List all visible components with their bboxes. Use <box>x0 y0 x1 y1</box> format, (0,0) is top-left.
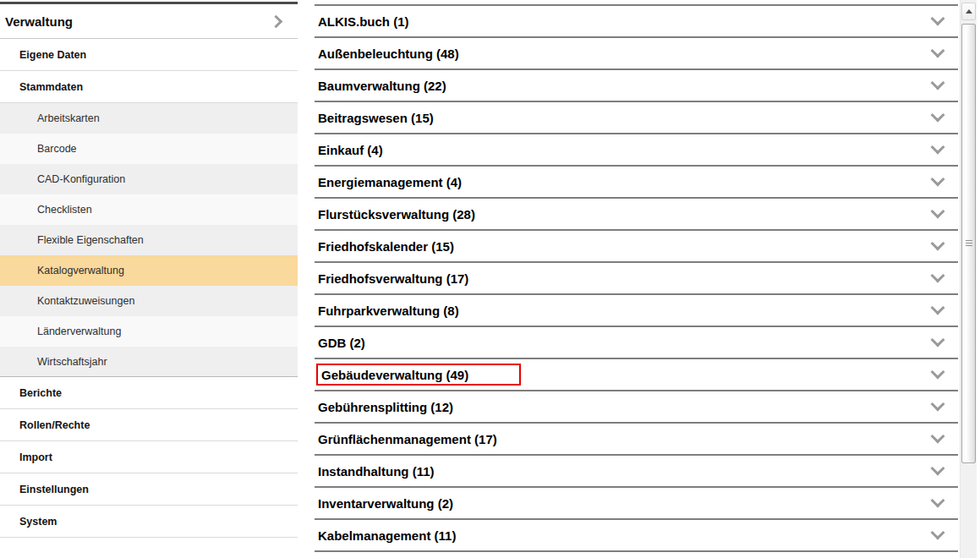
accordion-row-label: Friedhofsverwaltung (17) <box>318 271 468 286</box>
chevron-down-icon[interactable] <box>931 397 945 412</box>
chevron-down-icon[interactable] <box>931 76 945 90</box>
sidebar-item-laenderverwaltung[interactable]: Länderverwaltung <box>0 316 298 347</box>
sidebar-item-eigene-daten[interactable]: Eigene Daten <box>0 39 298 71</box>
sidebar-item-label: Import <box>19 451 52 463</box>
sidebar-item-label: Stammdaten <box>19 81 83 93</box>
sidebar-item-rollen-rechte[interactable]: Rollen/Rechte <box>0 409 298 441</box>
chevron-down-icon[interactable] <box>931 301 945 315</box>
vertical-scrollbar[interactable] <box>960 0 977 558</box>
sidebar-item-kontaktzuweisungen[interactable]: Kontaktzuweisungen <box>0 286 298 316</box>
accordion-row-instandhaltung[interactable]: Instandhaltung (11) <box>315 454 958 486</box>
accordion-row-energiemanagement[interactable]: Energiemanagement (4) <box>315 165 958 197</box>
chevron-down-icon[interactable] <box>931 333 945 347</box>
chevron-down-icon[interactable] <box>931 237 945 251</box>
sidebar-item-label: Wirtschaftsjahr <box>37 356 107 368</box>
chevron-down-icon[interactable] <box>931 494 945 508</box>
chevron-down-icon[interactable] <box>931 108 945 123</box>
accordion-row-baumverwaltung[interactable]: Baumverwaltung (22) <box>315 68 958 101</box>
accordion-row-label: Baumverwaltung (22) <box>318 79 446 93</box>
accordion-row-label: GDB (2) <box>318 336 365 350</box>
accordion-row-label: Flurstücksverwaltung (28) <box>318 207 475 222</box>
accordion-row-label: Außenbeleuchtung (48) <box>318 46 459 61</box>
accordion-row-inventarverwaltung[interactable]: Inventarverwaltung (2) <box>315 486 958 518</box>
sidebar-item-label: CAD-Konfiguration <box>37 173 125 185</box>
scrollbar-thumb[interactable] <box>961 24 976 463</box>
sidebar-item-label: Länderverwaltung <box>37 326 121 337</box>
chevron-down-icon[interactable] <box>931 44 945 58</box>
accordion-row-label: Kabelmanagement (11) <box>318 528 456 543</box>
accordion-row-gebaeudeverwaltung[interactable]: Gebäudeverwaltung (49) <box>315 358 958 390</box>
accordion-row-label: Grünflächenmanagement (17) <box>318 432 497 446</box>
arrow-up-icon <box>966 9 972 14</box>
accordion-row-gebuehrensplitting[interactable]: Gebührensplitting (12) <box>315 390 958 422</box>
accordion-row-label: Friedhofskalender (15) <box>318 239 454 254</box>
accordion-row-label: Inventarverwaltung (2) <box>318 496 453 511</box>
sidebar-item-flexible-eigenschaften[interactable]: Flexible Eigenschaften <box>0 225 298 255</box>
highlight-marker: Gebäudeverwaltung (49) <box>316 364 521 386</box>
sidebar-item-system[interactable]: System <box>0 506 298 538</box>
chevron-down-icon[interactable] <box>931 172 945 187</box>
accordion-row-label: Gebührensplitting (12) <box>318 400 453 414</box>
sidebar: Verwaltung Eigene Daten Stammdaten Arbei… <box>0 2 298 538</box>
accordion-row-label: Instandhaltung (11) <box>318 464 435 479</box>
sidebar-item-stammdaten[interactable]: Stammdaten <box>0 71 298 103</box>
accordion-row-fuhrparkverwaltung[interactable]: Fuhrparkverwaltung (8) <box>315 293 958 326</box>
sidebar-item-label: Kontaktzuweisungen <box>37 295 134 307</box>
chevron-right-icon[interactable] <box>270 14 283 28</box>
sidebar-item-label: Katalogverwaltung <box>37 265 124 276</box>
sidebar-item-barcode[interactable]: Barcode <box>0 134 298 164</box>
catalog-accordion-list: ALKIS.buch (1) Außenbeleuchtung (48) Bau… <box>315 4 958 552</box>
scrollbar-grip-icon <box>966 240 972 248</box>
chevron-down-icon[interactable] <box>931 526 945 540</box>
sidebar-item-checklisten[interactable]: Checklisten <box>0 194 298 225</box>
accordion-row-gruenflaechenmanagement[interactable]: Grünflächenmanagement (17) <box>315 422 958 454</box>
accordion-row-friedhofsverwaltung[interactable]: Friedhofsverwaltung (17) <box>315 261 958 293</box>
accordion-row-label: ALKIS.buch (1) <box>318 14 409 29</box>
chevron-down-icon[interactable] <box>931 429 945 444</box>
sidebar-item-arbeitskarten[interactable]: Arbeitskarten <box>0 103 298 134</box>
accordion-row-gdb[interactable]: GDB (2) <box>315 326 958 358</box>
chevron-down-icon[interactable] <box>931 140 945 155</box>
sidebar-item-label: Checklisten <box>37 204 92 216</box>
scroll-up-button[interactable] <box>961 3 976 20</box>
sidebar-item-label: Rollen/Rechte <box>19 419 90 431</box>
sidebar-item-import[interactable]: Import <box>0 441 298 473</box>
chevron-down-icon[interactable] <box>931 365 945 380</box>
sidebar-item-label: Arbeitskarten <box>37 112 100 124</box>
accordion-row-kabelmanagement[interactable]: Kabelmanagement (11) <box>315 518 958 550</box>
sidebar-item-katalogverwaltung[interactable]: Katalogverwaltung <box>0 255 298 286</box>
sidebar-item-cad-konfiguration[interactable]: CAD-Konfiguration <box>0 164 298 194</box>
sidebar-item-label: Eigene Daten <box>19 49 86 61</box>
accordion-row-beitragswesen[interactable]: Beitragswesen (15) <box>315 101 958 133</box>
accordion-row-label: Energiemanagement (4) <box>318 175 462 189</box>
sidebar-header[interactable]: Verwaltung <box>0 4 298 39</box>
sidebar-item-label: Barcode <box>37 143 77 155</box>
list-bottom-divider <box>315 550 958 552</box>
sidebar-item-label: Berichte <box>19 387 62 399</box>
chevron-down-icon[interactable] <box>931 205 945 219</box>
chevron-down-icon[interactable] <box>931 12 945 26</box>
accordion-row-label: Einkauf (4) <box>318 143 383 157</box>
chevron-down-icon[interactable] <box>931 269 945 283</box>
chevron-down-icon[interactable] <box>931 462 945 476</box>
sidebar-title: Verwaltung <box>5 14 73 29</box>
accordion-row-alkis-buch[interactable]: ALKIS.buch (1) <box>315 4 958 36</box>
sidebar-item-label: Einstellungen <box>19 484 89 495</box>
sidebar-item-einstellungen[interactable]: Einstellungen <box>0 473 298 506</box>
accordion-row-aussenbeleuchtung[interactable]: Außenbeleuchtung (48) <box>315 36 958 68</box>
sidebar-item-label: System <box>19 516 57 528</box>
sidebar-item-wirtschaftsjahr[interactable]: Wirtschaftsjahr <box>0 347 298 377</box>
accordion-row-friedhofskalender[interactable]: Friedhofskalender (15) <box>315 229 958 261</box>
accordion-row-einkauf[interactable]: Einkauf (4) <box>315 133 958 165</box>
accordion-row-flurstuecksverwaltung[interactable]: Flurstücksverwaltung (28) <box>315 197 958 229</box>
accordion-row-label: Gebäudeverwaltung (49) <box>321 368 468 382</box>
sidebar-item-berichte[interactable]: Berichte <box>0 377 298 409</box>
sidebar-item-label: Flexible Eigenschaften <box>37 234 144 246</box>
accordion-row-label: Fuhrparkverwaltung (8) <box>318 304 459 318</box>
accordion-row-label: Beitragswesen (15) <box>318 111 434 125</box>
